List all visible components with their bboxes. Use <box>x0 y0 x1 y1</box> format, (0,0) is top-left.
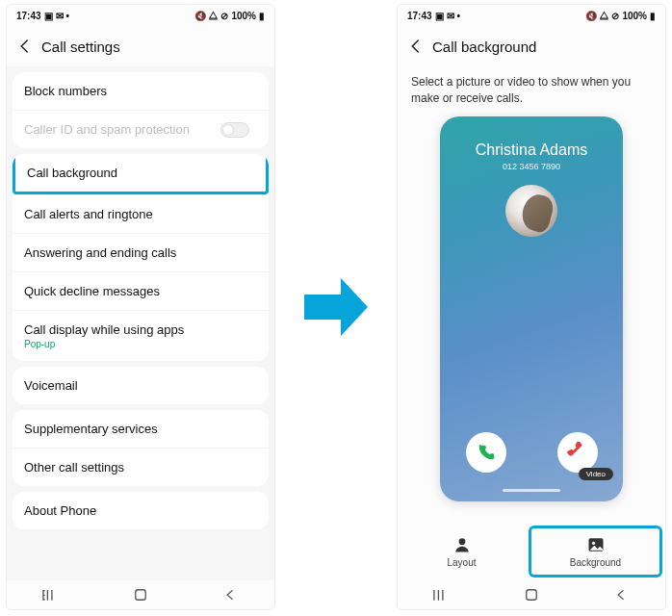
item-other-call-settings[interactable]: Other call settings <box>13 448 269 486</box>
status-more-icon: • <box>457 11 461 21</box>
decline-button[interactable] <box>557 432 598 473</box>
svg-point-4 <box>458 538 465 545</box>
home-indicator <box>503 489 560 492</box>
battery-icon: ▮ <box>259 11 265 21</box>
tab-background-label: Background <box>570 557 621 568</box>
screen-call-background: 17:43 ▣ ✉ • 🔇 ⧋ ⊘ 100% ▮ Call background… <box>397 4 666 610</box>
status-mail-icon: ✉ <box>447 11 454 21</box>
image-icon <box>586 535 606 554</box>
svg-point-6 <box>591 542 594 545</box>
nav-recents-icon[interactable] <box>432 588 452 602</box>
mute-icon: 🔇 <box>585 11 597 21</box>
caller-avatar <box>505 185 557 237</box>
screen-call-settings: 17:43 ▣ ✉ • 🔇 ⧋ ⊘ 100% ▮ Call settings B… <box>6 4 275 610</box>
header: Call settings <box>7 26 274 66</box>
nav-back-icon[interactable] <box>611 588 631 602</box>
call-preview[interactable]: Christina Adams 012 3456 7890 Video <box>440 116 623 501</box>
back-icon[interactable] <box>14 36 36 57</box>
wifi-icon: ⧋ <box>600 10 608 21</box>
status-more-icon: • <box>66 11 70 21</box>
item-call-background[interactable]: Call background <box>13 154 269 194</box>
back-icon[interactable] <box>405 36 426 57</box>
status-time: 17:43 <box>407 11 432 21</box>
status-app-icon: ▣ <box>44 11 53 21</box>
item-voicemail[interactable]: Voicemail <box>13 367 269 404</box>
page-title: Call background <box>432 38 536 55</box>
status-battery: 100% <box>622 11 647 21</box>
item-about-phone[interactable]: About Phone <box>13 492 269 529</box>
settings-list[interactable]: Block numbers Caller ID and spam protect… <box>7 66 274 580</box>
header: Call background <box>398 26 665 66</box>
page-title: Call settings <box>41 38 120 55</box>
mute-icon: 🔇 <box>194 11 206 21</box>
item-call-alerts[interactable]: Call alerts and ringtone <box>13 194 269 233</box>
nav-bar <box>7 580 274 609</box>
item-answering-ending[interactable]: Answering and ending calls <box>13 233 269 271</box>
nav-home-icon[interactable] <box>131 588 150 602</box>
item-caller-id-spam: Caller ID and spam protection <box>13 110 269 148</box>
battery-icon: ▮ <box>650 11 656 21</box>
item-block-numbers[interactable]: Block numbers <box>13 72 269 110</box>
toggle-caller-id[interactable] <box>220 122 249 138</box>
status-bar: 17:43 ▣ ✉ • 🔇 ⧋ ⊘ 100% ▮ <box>398 5 665 26</box>
status-battery: 100% <box>231 11 256 21</box>
status-bar: 17:43 ▣ ✉ • 🔇 ⧋ ⊘ 100% ▮ <box>7 5 274 26</box>
item-quick-decline[interactable]: Quick decline messages <box>13 271 269 310</box>
item-call-display[interactable]: Call display while using apps Pop-up <box>13 310 269 361</box>
nav-back-icon[interactable] <box>220 588 240 602</box>
caller-name: Christina Adams <box>476 141 588 159</box>
nav-recents-icon[interactable] <box>41 588 61 602</box>
bottom-tabs: Layout Background <box>398 523 665 580</box>
description-text: Select a picture or video to show when y… <box>398 66 665 116</box>
nav-bar <box>398 580 665 609</box>
answer-button[interactable] <box>466 432 506 473</box>
tab-layout-label: Layout <box>447 557 476 568</box>
arrow-indicator <box>304 4 368 610</box>
tab-background[interactable]: Background <box>529 526 662 578</box>
svg-rect-3 <box>136 590 146 601</box>
caller-number: 012 3456 7890 <box>503 162 560 171</box>
video-chip[interactable]: Video <box>579 468 613 480</box>
person-icon <box>452 535 472 554</box>
item-supplementary[interactable]: Supplementary services <box>13 410 269 448</box>
status-time: 17:43 <box>16 11 41 21</box>
item-call-display-sub: Pop-up <box>24 339 257 349</box>
no-data-icon: ⊘ <box>220 11 228 21</box>
no-data-icon: ⊘ <box>611 11 619 21</box>
tab-layout[interactable]: Layout <box>398 523 526 580</box>
status-mail-icon: ✉ <box>56 11 64 21</box>
wifi-icon: ⧋ <box>209 10 218 21</box>
arrow-right-icon <box>304 278 368 336</box>
preview-area: Christina Adams 012 3456 7890 Video <box>398 116 665 523</box>
status-app-icon: ▣ <box>435 11 444 21</box>
nav-home-icon[interactable] <box>522 588 541 602</box>
svg-rect-10 <box>527 590 537 601</box>
